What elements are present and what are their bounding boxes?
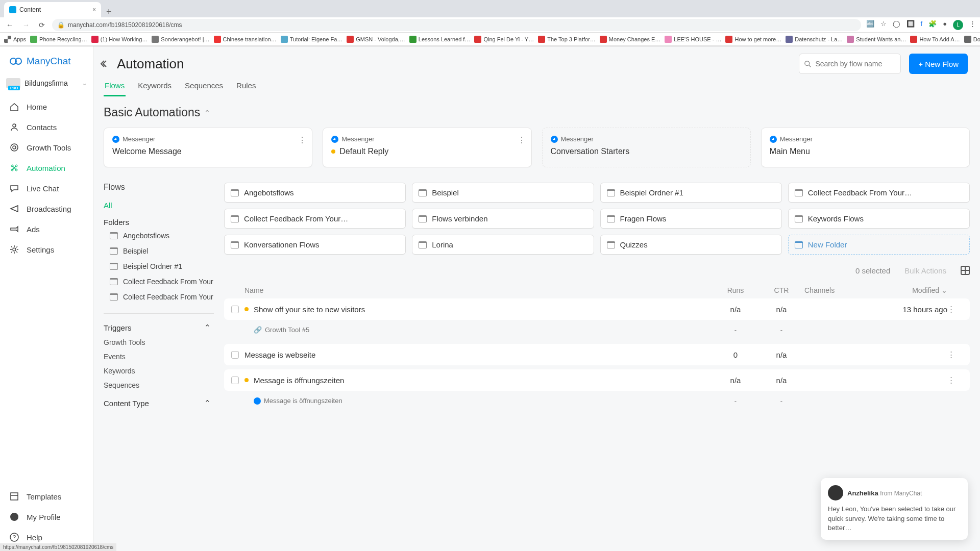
bookmark-item[interactable]: How To Add A… <box>910 36 960 43</box>
folder-card[interactable]: Collect Feedback From Your… <box>224 209 406 229</box>
ext-icon[interactable]: 🔲 <box>906 20 915 30</box>
grid-view-icon[interactable] <box>961 266 970 275</box>
folder-card[interactable]: Beispiel <box>412 183 594 203</box>
tab-keywords[interactable]: Keywords <box>137 78 173 96</box>
ext-icon[interactable]: 🧩 <box>928 20 937 30</box>
bookmark-item[interactable]: (1) How Working… <box>91 36 148 43</box>
bookmark-item[interactable]: Tutorial: Eigene Fa… <box>281 36 343 43</box>
folder-card[interactable]: Quizzes <box>600 235 782 255</box>
ext-icon[interactable]: ● <box>943 20 947 30</box>
workspace-selector[interactable]: PRO Bildungsfirma ⌄ <box>0 73 93 93</box>
sidebar-item-live-chat[interactable]: Live Chat <box>0 178 93 198</box>
bulk-actions-button[interactable]: Bulk Actions <box>904 266 946 275</box>
card-menu-icon[interactable]: ⋮ <box>298 135 307 145</box>
bookmark-item[interactable]: Phone Recycling… <box>30 36 87 43</box>
basic-automations-header[interactable]: Basic Automations ⌃ <box>104 106 970 119</box>
row-checkbox[interactable] <box>231 306 239 313</box>
sidebar-item-growth-tools[interactable]: Growth Tools <box>0 137 93 158</box>
ext-icon[interactable]: f <box>921 20 923 30</box>
table-sub-row[interactable]: Message is öffnungszeiten - - <box>224 395 970 411</box>
bookmark-item[interactable]: Qing Fei De Yi - Y… <box>474 36 534 43</box>
col-modified[interactable]: Modified ⌄ <box>866 286 947 294</box>
card-menu-icon[interactable]: ⋮ <box>518 135 526 145</box>
col-name[interactable]: Name <box>244 286 713 294</box>
ext-icon[interactable]: ◯ <box>893 20 900 30</box>
search-input[interactable] <box>799 54 901 74</box>
sidebar-folder-item[interactable]: Angebotsflows <box>110 232 214 240</box>
automation-card[interactable]: Messenger Default Reply ⋮ <box>323 128 531 167</box>
trigger-item[interactable]: Growth Tools <box>104 338 214 346</box>
back-icon[interactable]: ← <box>4 21 15 29</box>
profile-avatar[interactable]: L <box>953 20 963 30</box>
bookmark-item[interactable]: Lessons Learned f… <box>409 36 471 43</box>
reload-icon[interactable]: ⟳ <box>37 21 47 29</box>
bookmark-item[interactable]: The Top 3 Platfor… <box>538 36 596 43</box>
search-field[interactable] <box>815 60 895 68</box>
browser-tab[interactable]: Content × <box>4 2 101 17</box>
table-row[interactable]: Show off your site to new visitors n/a n… <box>224 298 970 320</box>
sidebar-item-contacts[interactable]: Contacts <box>0 117 93 137</box>
row-menu-icon[interactable]: ⋮ <box>947 375 963 385</box>
folder-card[interactable]: Angebotsflows <box>224 183 406 203</box>
automation-card[interactable]: Messenger Main Menu <box>761 128 970 167</box>
trigger-item[interactable]: Sequences <box>104 381 214 389</box>
sidebar-item-home[interactable]: Home <box>0 96 93 117</box>
automation-card[interactable]: Messenger Conversation Starters <box>542 128 751 167</box>
table-sub-row[interactable]: 🔗Growth Tool #5 - - <box>224 324 970 340</box>
bookmark-item[interactable]: GMSN - Vologda,… <box>347 36 405 43</box>
folder-card[interactable]: Flows verbinden <box>412 209 594 229</box>
ext-icon[interactable]: ☆ <box>880 20 887 30</box>
col-ctr[interactable]: CTR <box>758 286 804 294</box>
col-channels[interactable]: Channels <box>804 286 866 294</box>
collapse-sidebar-icon[interactable] <box>101 59 110 68</box>
sidebar-folder-item[interactable]: Collect Feedback From Your Cu <box>110 278 214 286</box>
bookmark-item[interactable]: Sonderangebot! |… <box>152 36 209 43</box>
sidebar-folder-item[interactable]: Beispiel Ordner #1 <box>110 262 214 270</box>
bookmark-item[interactable]: Money Changes E… <box>600 36 661 43</box>
automation-card[interactable]: Messenger Welcome Message ⋮ <box>104 128 312 167</box>
sidebar-item-templates[interactable]: Templates <box>0 486 93 507</box>
bookmark-item[interactable]: How to get more… <box>725 36 781 43</box>
sidebar-item-my-profile[interactable]: My Profile <box>0 507 93 527</box>
folder-card[interactable]: Keywords Flows <box>788 209 970 229</box>
close-icon[interactable]: × <box>92 6 96 13</box>
bookmark-item[interactable]: Download - Cooki… <box>964 36 980 43</box>
tab-flows[interactable]: Flows <box>104 78 126 96</box>
bookmark-item[interactable]: Datenschutz - La… <box>786 36 843 43</box>
row-checkbox[interactable] <box>231 377 239 384</box>
table-row[interactable]: Message is öffnungszeiten n/a n/a ⋮ <box>224 369 970 391</box>
triggers-section[interactable]: Triggers ⌃ <box>104 323 214 332</box>
apps-button[interactable]: Apps <box>4 36 26 43</box>
forward-icon[interactable]: → <box>20 21 32 29</box>
row-menu-icon[interactable]: ⋮ <box>947 305 963 314</box>
bookmark-item[interactable]: Chinese translation… <box>214 36 277 43</box>
sidebar-item-ads[interactable]: Ads <box>0 219 93 239</box>
filter-all[interactable]: All <box>104 201 214 210</box>
new-folder-button[interactable]: New Folder <box>788 235 970 255</box>
folder-card[interactable]: Beispiel Ordner #1 <box>600 183 782 203</box>
content-type-section[interactable]: Content Type ⌃ <box>104 398 214 408</box>
folder-card[interactable]: Konversationen Flows <box>224 235 406 255</box>
sidebar-folder-item[interactable]: Collect Feedback From Your Cu <box>110 293 214 301</box>
bookmark-item[interactable]: LEE'S HOUSE - … <box>665 36 721 43</box>
sidebar-item-automation[interactable]: Automation <box>0 158 93 178</box>
bookmark-item[interactable]: Student Wants an… <box>847 36 906 43</box>
col-runs[interactable]: Runs <box>713 286 758 294</box>
new-tab-button[interactable]: + <box>101 7 117 17</box>
tab-sequences[interactable]: Sequences <box>184 78 224 96</box>
table-row[interactable]: Message is webseite 0 n/a ⋮ <box>224 344 970 365</box>
sidebar-item-broadcasting[interactable]: Broadcasting <box>0 198 93 219</box>
folder-card[interactable]: Lorina <box>412 235 594 255</box>
sidebar-item-settings[interactable]: Settings <box>0 239 93 260</box>
menu-icon[interactable]: ⋮ <box>969 20 976 30</box>
brand[interactable]: ManyChat <box>0 46 93 73</box>
chat-widget[interactable]: Anzhelika from ManyChat Hey Leon, You've… <box>821 478 968 540</box>
folder-card[interactable]: Collect Feedback From Your… <box>788 183 970 203</box>
trigger-item[interactable]: Events <box>104 353 214 361</box>
new-flow-button[interactable]: + New Flow <box>909 54 968 74</box>
address-bar[interactable]: 🔒 manychat.com/fb1981502081920618/cms <box>52 19 861 31</box>
row-menu-icon[interactable]: ⋮ <box>947 350 963 359</box>
tab-rules[interactable]: Rules <box>235 78 257 96</box>
ext-icon[interactable]: 🔤 <box>866 20 874 30</box>
folder-card[interactable]: Fragen Flows <box>600 209 782 229</box>
